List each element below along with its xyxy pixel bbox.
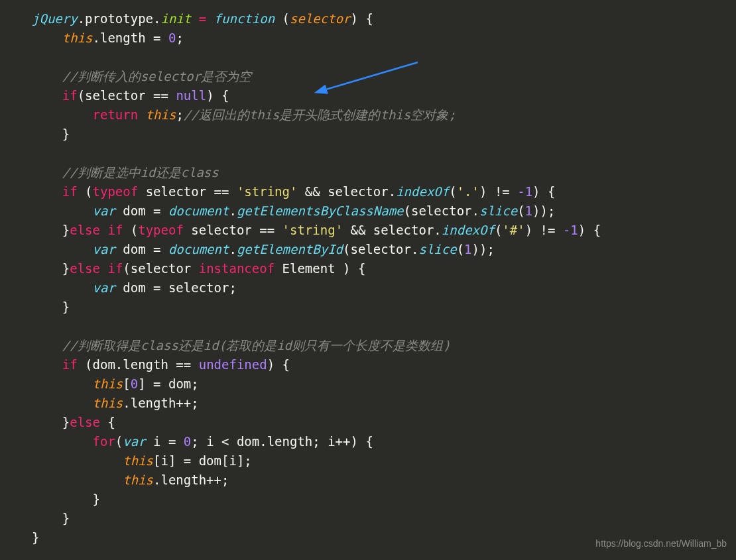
token: ; — [176, 107, 183, 122]
token: jQuery — [32, 11, 78, 26]
token: (selector. — [404, 203, 479, 218]
token: this — [123, 473, 153, 487]
token: . — [153, 11, 160, 26]
token: } — [62, 127, 70, 141]
token: } — [62, 223, 70, 237]
token: indexOf — [396, 184, 449, 199]
token: = — [191, 11, 214, 26]
token: ( — [457, 242, 464, 256]
token: selector == — [138, 184, 237, 199]
token: dom = — [115, 203, 168, 218]
token: typeof — [93, 184, 139, 199]
token: ) { — [351, 11, 373, 26]
token: function — [214, 11, 275, 26]
token: ) { — [206, 88, 229, 103]
token: (dom.length == — [78, 357, 199, 372]
token: .length = — [93, 30, 168, 45]
token: prototype — [85, 11, 153, 26]
token: ) { — [532, 184, 555, 199]
token: 1 — [525, 203, 532, 218]
comment: //判断传入的selector是否为空 — [62, 69, 251, 84]
token: { — [100, 415, 115, 429]
token: return — [93, 107, 139, 122]
comment: //返回出的this是开头隐式创建的this空对象; — [184, 107, 456, 122]
token: var — [123, 434, 145, 449]
token: this — [93, 396, 123, 410]
token: if — [62, 357, 78, 372]
token — [100, 261, 107, 276]
token: if — [107, 223, 123, 237]
token: )); — [472, 242, 495, 256]
token: } — [62, 300, 70, 314]
token: document — [168, 242, 229, 256]
token: 'string' — [282, 223, 343, 237]
token: var — [93, 203, 115, 218]
token: for — [93, 434, 115, 449]
comment: //判断是选中id还是class — [62, 165, 219, 180]
token: && selector. — [297, 184, 396, 199]
token: '.' — [457, 184, 479, 199]
token: )); — [532, 203, 555, 218]
token: [i] = dom[i]; — [153, 453, 252, 468]
token — [138, 107, 145, 122]
token: getElementById — [237, 242, 343, 256]
token: dom = selector; — [115, 280, 237, 295]
token: var — [93, 280, 115, 295]
token: getElementsByClassName — [237, 203, 404, 218]
token: undefined — [199, 357, 267, 372]
token: ( — [275, 11, 290, 26]
token: ; — [176, 30, 183, 45]
token: } — [93, 492, 100, 506]
token — [100, 223, 107, 237]
token: selector == — [184, 223, 282, 237]
token: ) != — [525, 223, 563, 237]
token: dom = — [115, 242, 168, 256]
token: ( — [495, 223, 502, 237]
token: } — [62, 511, 70, 526]
token: ) != — [479, 184, 517, 199]
token: (selector. — [343, 242, 418, 256]
token: ( — [449, 184, 456, 199]
token: && selector. — [343, 223, 442, 237]
token: 0 — [131, 376, 138, 391]
token: ; i < dom.length; i++) { — [191, 434, 373, 449]
token: selector — [290, 11, 351, 26]
token: 0 — [168, 30, 176, 45]
token: (selector == — [78, 88, 176, 103]
token: document — [168, 203, 229, 218]
token: ) { — [267, 357, 290, 372]
token: .length++; — [123, 396, 198, 410]
token: init — [161, 11, 192, 26]
token: null — [176, 88, 206, 103]
token: ( — [78, 184, 93, 199]
token: else — [70, 223, 100, 237]
token: if — [107, 261, 123, 276]
token: . — [229, 203, 236, 218]
token: else — [70, 261, 100, 276]
token: ] = dom; — [138, 376, 199, 391]
watermark: https://blog.csdn.net/William_bb — [595, 534, 727, 553]
token: ( — [517, 203, 524, 218]
token: else — [70, 415, 100, 429]
token: . — [229, 242, 236, 256]
token: } — [62, 261, 70, 276]
token: 'string' — [237, 184, 298, 199]
token: Element ) { — [275, 261, 365, 276]
token: slice — [418, 242, 456, 256]
token: -1 — [563, 223, 578, 237]
token: '#' — [502, 223, 524, 237]
token: instanceof — [199, 261, 275, 276]
comment: //判断取得是class还是id(若取的是id则只有一个长度不是类数组) — [62, 338, 451, 353]
token: [ — [123, 376, 130, 391]
token: ) { — [578, 223, 601, 237]
token: ( — [115, 434, 123, 449]
token: var — [93, 242, 115, 256]
token: 1 — [464, 242, 471, 256]
code-block: jQuery.prototype.init = function (select… — [0, 0, 736, 547]
token: this — [93, 376, 123, 391]
token: . — [78, 11, 85, 26]
token: this — [146, 107, 176, 122]
token: 0 — [184, 434, 191, 449]
token: indexOf — [442, 223, 495, 237]
token: this — [62, 30, 93, 45]
